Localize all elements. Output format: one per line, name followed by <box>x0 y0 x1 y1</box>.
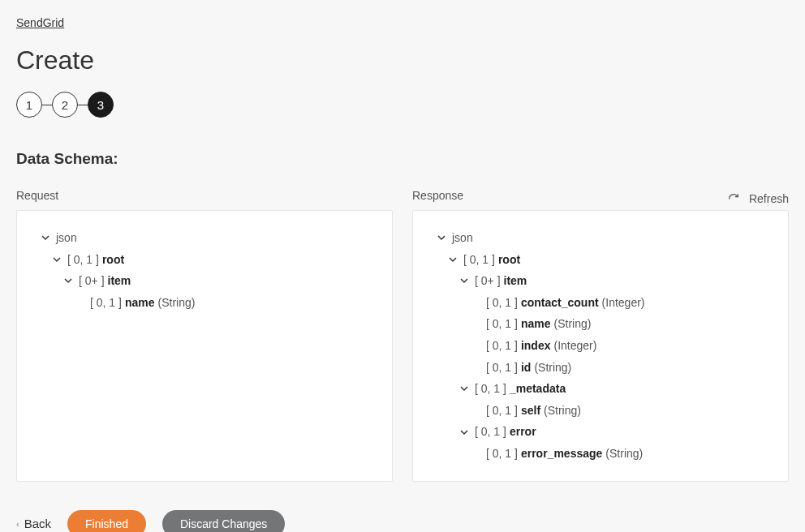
tree-row-metadata: [ 0, 1 ] _metadata <box>450 378 773 400</box>
node-contact-count: contact_count <box>521 292 599 314</box>
tree-row-id: [ 0, 1 ] id (String) <box>462 357 773 379</box>
node-type: (String) <box>158 292 196 314</box>
occurrence: [ 0, 1 ] <box>67 249 99 271</box>
tree-row-error: [ 0, 1 ] error <box>450 421 773 443</box>
occurrence: [ 0, 1 ] <box>475 378 506 400</box>
response-label: Response <box>412 189 789 202</box>
occurrence: [ 0, 1 ] <box>486 357 518 379</box>
tree-row-self: [ 0, 1 ] self (String) <box>462 400 773 422</box>
breadcrumb-link[interactable]: SendGrid <box>16 16 789 29</box>
chevron-down-icon[interactable] <box>447 254 458 265</box>
node-root: root <box>102 249 124 271</box>
section-title: Data Schema: <box>16 150 789 168</box>
node-metadata: _metadata <box>510 378 566 400</box>
step-3[interactable]: 3 <box>88 92 114 118</box>
node-json: json <box>452 227 473 249</box>
step-2[interactable]: 2 <box>52 92 78 118</box>
chevron-down-icon[interactable] <box>51 254 62 265</box>
step-1[interactable]: 1 <box>16 92 42 118</box>
response-panel: json [ 0, 1 ] root [ 0+ ] item [ 0, 1 ] … <box>412 210 789 482</box>
occurrence: [ 0, 1 ] <box>463 249 495 271</box>
occurrence: [ 0, 1 ] <box>90 292 122 314</box>
tree-row-name: [ 0, 1 ] name (String) <box>462 313 773 335</box>
page-title: Create <box>16 45 789 75</box>
occurrence: [ 0, 1 ] <box>486 292 518 314</box>
chevron-left-icon: ‹ <box>16 519 19 529</box>
occurrence: [ 0, 1 ] <box>486 400 518 422</box>
back-link[interactable]: ‹ Back <box>16 517 51 530</box>
node-error-message: error_message <box>521 443 602 465</box>
tree-row-root: [ 0, 1 ] root <box>43 249 377 271</box>
tree-row-item: [ 0+ ] item <box>450 270 773 292</box>
tree-row-json: json <box>32 227 377 249</box>
discard-button[interactable]: Discard Changes <box>162 510 285 532</box>
occurrence: [ 0, 1 ] <box>486 443 518 465</box>
occurrence: [ 0+ ] <box>475 270 501 292</box>
occurrence: [ 0+ ] <box>79 270 105 292</box>
node-type: (String) <box>605 443 643 465</box>
step-connector <box>42 105 52 105</box>
tree-row-error-message: [ 0, 1 ] error_message (String) <box>462 443 773 465</box>
node-type: (String) <box>544 400 581 422</box>
node-json: json <box>56 227 77 249</box>
finished-button[interactable]: Finished <box>67 510 146 532</box>
step-connector <box>78 105 88 105</box>
tree-row-item: [ 0+ ] item <box>54 270 377 292</box>
stepper: 1 2 3 <box>16 92 789 118</box>
tree-row-contact-count: [ 0, 1 ] contact_count (Integer) <box>462 292 773 314</box>
node-name: name <box>125 292 155 314</box>
node-type: (Integer) <box>554 335 597 357</box>
node-id: id <box>521 357 531 379</box>
back-label: Back <box>24 517 51 530</box>
tree-row-index: [ 0, 1 ] index (Integer) <box>462 335 773 357</box>
occurrence: [ 0, 1 ] <box>486 335 518 357</box>
chevron-down-icon[interactable] <box>458 427 470 438</box>
node-item: item <box>504 270 527 292</box>
node-root: root <box>498 249 520 271</box>
request-panel: json [ 0, 1 ] root [ 0+ ] item [ 0, 1 ] … <box>16 210 393 482</box>
tree-row-json: json <box>428 227 773 249</box>
tree-row-root: [ 0, 1 ] root <box>439 249 773 271</box>
node-index: index <box>521 335 551 357</box>
request-label: Request <box>16 189 393 202</box>
chevron-down-icon[interactable] <box>458 383 470 394</box>
chevron-down-icon[interactable] <box>62 275 74 286</box>
occurrence: [ 0, 1 ] <box>486 313 518 335</box>
chevron-down-icon[interactable] <box>40 232 51 243</box>
node-type: (String) <box>554 313 592 335</box>
tree-row-name: [ 0, 1 ] name (String) <box>66 292 377 314</box>
node-name: name <box>521 313 551 335</box>
node-item: item <box>108 270 131 292</box>
node-error: error <box>510 421 536 443</box>
node-self: self <box>521 400 540 422</box>
node-type: (Integer) <box>602 292 645 314</box>
occurrence: [ 0, 1 ] <box>475 421 506 443</box>
node-type: (String) <box>534 357 571 379</box>
chevron-down-icon[interactable] <box>436 232 447 243</box>
chevron-down-icon[interactable] <box>458 275 470 286</box>
